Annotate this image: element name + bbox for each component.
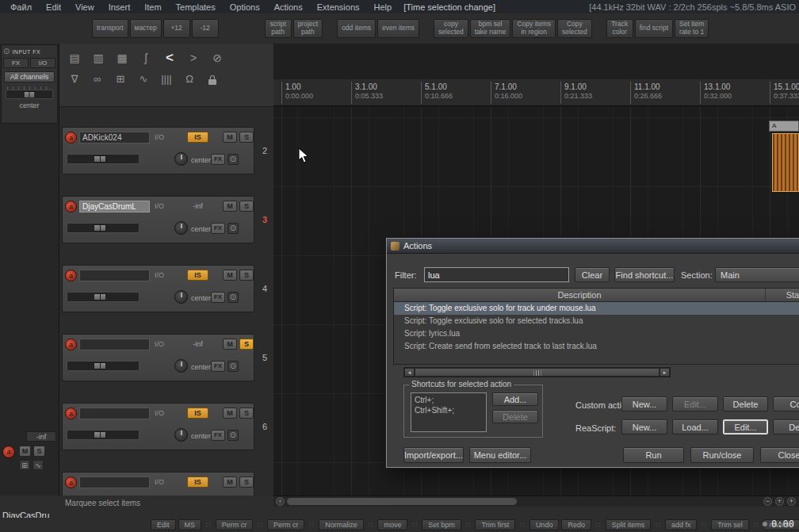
link-icon[interactable]: ∞ — [89, 70, 106, 89]
snap-magnet-icon[interactable]: Ω — [181, 70, 198, 89]
fx-button[interactable]: FX — [211, 223, 225, 234]
fx-button[interactable]: FX — [211, 430, 225, 441]
paperclip-icon[interactable]: ʃ — [137, 48, 155, 67]
column-description[interactable]: Description — [394, 289, 765, 301]
run-button[interactable]: Run — [623, 447, 684, 463]
mute-button[interactable]: M — [223, 132, 237, 143]
io-button[interactable]: I/O — [155, 202, 164, 210]
track-name-field[interactable]: ADKick024 — [79, 132, 150, 144]
io-button[interactable]: I/O — [155, 271, 164, 279]
add-shortcut-button[interactable]: Add... — [492, 392, 538, 406]
pan-knob[interactable] — [174, 221, 188, 235]
track-row[interactable]: aI/OISMScenterFX⊙ — [62, 265, 254, 312]
shortcut-item[interactable]: Ctrl+; — [415, 395, 483, 405]
pan-knob[interactable] — [174, 152, 188, 166]
master-record-arm-button[interactable]: a — [2, 446, 15, 458]
bottom-button-trim-sel[interactable]: Trim sel — [711, 519, 749, 530]
ripple-icon[interactable]: |||| — [158, 70, 175, 89]
record-arm-button[interactable]: a — [65, 339, 77, 350]
horizontal-scrollbar[interactable]: ‹ − + + — [273, 496, 799, 507]
track-row[interactable]: aDjayCasDrumLI/O-infMScenterFX⊙ — [62, 196, 254, 243]
fx-enable-button[interactable]: ⊙ — [227, 430, 239, 441]
io-button[interactable]: I/O — [155, 340, 164, 348]
forward-icon[interactable]: > — [185, 48, 202, 67]
delete-shortcut-button[interactable]: Delete — [492, 410, 538, 423]
record-arm-button[interactable]: a — [65, 132, 77, 144]
bottom-button-edit[interactable]: Edit — [151, 519, 176, 530]
io-button[interactable]: I/O — [155, 409, 164, 417]
bottom-button-redo[interactable]: Redo — [561, 519, 591, 530]
toolbar-button-even-items[interactable]: even items — [377, 19, 419, 38]
bottom-button-perm-cr[interactable]: Perm cr — [216, 519, 254, 530]
track-row[interactable]: aI/O-infMScenterFX⊙ — [62, 334, 254, 381]
bottom-button-undo[interactable]: Undo — [529, 519, 560, 530]
zoom-in-button[interactable]: + — [775, 497, 784, 506]
menu-actions[interactable]: Actions — [267, 2, 310, 13]
record-arm-button[interactable]: a — [65, 477, 77, 488]
toolbar-button-odd-items[interactable]: odd items — [337, 19, 376, 38]
reascript-load-button[interactable]: Load... — [672, 419, 718, 434]
toolbar-button-12[interactable]: -12 — [192, 19, 219, 38]
solo-button[interactable]: S — [239, 477, 254, 488]
action-row[interactable]: Script: Create send from selected track … — [394, 340, 799, 353]
shortcut-item[interactable]: Ctrl+Shift+; — [415, 405, 483, 415]
menu-templates[interactable]: Templates — [169, 2, 223, 13]
new-project-icon[interactable]: ▤ — [66, 48, 83, 67]
record-arm-button[interactable]: a — [65, 270, 77, 281]
zoom-tool-button[interactable]: + — [787, 497, 796, 506]
solo-button[interactable]: S — [239, 339, 254, 350]
custom-delete-button[interactable]: Delete — [723, 396, 768, 411]
menu-editor-button[interactable]: Menu editor... — [469, 447, 531, 463]
bottom-button-add-fx[interactable]: add fx — [665, 519, 698, 530]
action-row[interactable]: Script: Toggle exclusive solo for track … — [394, 302, 799, 315]
solo-button[interactable]: S — [239, 201, 254, 212]
track-name-field[interactable] — [79, 408, 150, 419]
bottom-button-trim-first[interactable]: Trim first — [475, 519, 515, 530]
fx-button[interactable]: FX — [211, 154, 225, 165]
pan-fader[interactable] — [6, 90, 53, 99]
mute-button[interactable]: M — [223, 270, 237, 281]
open-project-icon[interactable]: ▥ — [90, 48, 107, 67]
pan-fader-thumb[interactable] — [24, 91, 36, 98]
menu-view[interactable]: View — [68, 2, 101, 13]
custom-copy-button[interactable]: Co — [773, 396, 799, 411]
all-channels-button[interactable]: All channels — [4, 71, 55, 82]
scroll-left-button[interactable]: ‹ — [276, 497, 285, 506]
toolbar-button-bpm-sel-take-name[interactable]: bpm sel take name — [470, 19, 511, 38]
filter-input[interactable] — [424, 267, 569, 282]
lock-icon[interactable] — [204, 70, 221, 89]
record-arm-button[interactable]: a — [65, 201, 77, 212]
io-tab[interactable]: I/O — [30, 58, 55, 68]
zoom-out-button[interactable]: − — [763, 497, 772, 506]
track-name-field[interactable]: DjayCasDrumL — [79, 201, 150, 212]
volume-slider-thumb[interactable] — [94, 155, 106, 163]
save-project-icon[interactable]: ▦ — [113, 48, 131, 67]
mute-button[interactable]: M — [223, 339, 237, 350]
track-name-field[interactable] — [79, 339, 150, 350]
toolbar-button-set-item-rate-to-1[interactable]: Set item rate to 1 — [675, 19, 709, 38]
section-dropdown[interactable]: Main — [715, 267, 799, 282]
mute-button[interactable]: M — [223, 201, 237, 212]
envelope-icon[interactable]: ∿ — [32, 460, 44, 470]
back-icon[interactable]: < — [161, 48, 178, 67]
fx-tab[interactable]: FX — [3, 58, 29, 68]
volume-slider[interactable] — [67, 361, 140, 371]
master-mute-button[interactable]: M — [19, 446, 31, 457]
pan-knob[interactable] — [174, 359, 188, 373]
track-name-field[interactable] — [79, 270, 150, 281]
volume-slider-thumb[interactable] — [94, 224, 106, 232]
solo-button[interactable]: S — [239, 270, 254, 281]
menu-extensions[interactable]: Extensions — [310, 2, 367, 13]
scroll-left-arrow[interactable]: ◂ — [404, 368, 415, 377]
pan-knob[interactable] — [174, 290, 188, 304]
menu-файл[interactable]: Файл — [3, 2, 39, 13]
bottom-button-ms[interactable]: MS — [178, 519, 202, 530]
clear-button[interactable]: Clear — [575, 267, 610, 282]
volume-slider[interactable] — [67, 292, 140, 302]
custom-edit-button[interactable]: Edit... — [672, 396, 718, 411]
bottom-button-set-bpm[interactable]: Set bpm — [422, 519, 461, 530]
mute-button[interactable]: M — [223, 477, 237, 488]
run-close-button[interactable]: Run/close — [690, 447, 754, 463]
action-row[interactable]: Script: lyrics.lua — [394, 327, 799, 340]
toolbar-button-+12[interactable]: +12 — [163, 19, 190, 38]
